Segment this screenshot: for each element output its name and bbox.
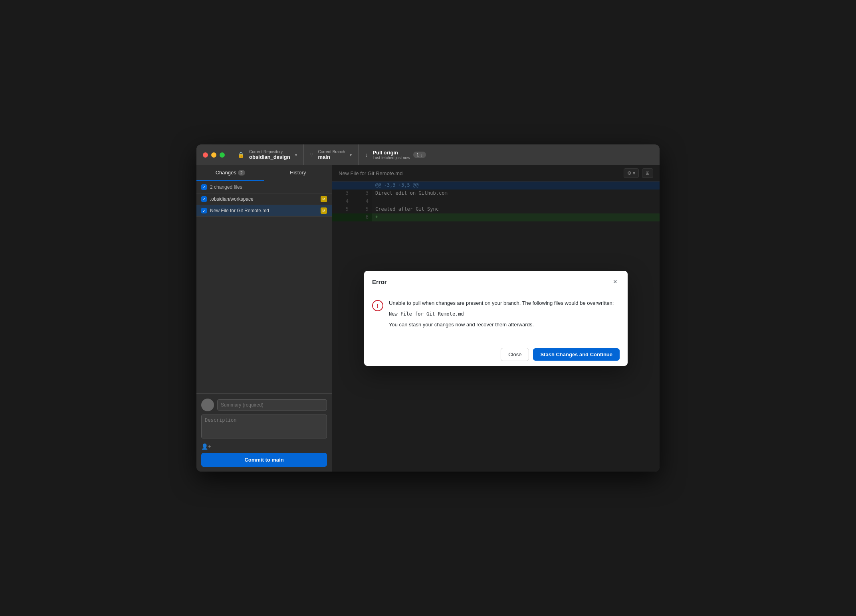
pull-sublabel: Last fetched just now xyxy=(373,156,410,160)
changes-count-badge: 2 xyxy=(238,170,245,176)
file-name-workspace: .obsidian/workspace xyxy=(210,196,254,202)
file-item-workspace[interactable]: .obsidian/workspace M xyxy=(196,193,332,205)
dialog-body: ! Unable to pull when changes are presen… xyxy=(364,291,628,343)
error-file: New File for Git Remote.md xyxy=(389,311,614,317)
file-checkbox-workspace[interactable] xyxy=(201,196,207,202)
repo-chevron-icon: ▾ xyxy=(295,153,297,157)
commit-button-label: Commit to main xyxy=(244,457,283,463)
file-checkbox-remote[interactable] xyxy=(201,208,207,213)
select-all-checkbox[interactable] xyxy=(201,184,207,190)
close-button[interactable] xyxy=(203,152,208,158)
pull-icon: ↓ xyxy=(365,152,368,158)
minimize-button[interactable] xyxy=(211,152,216,158)
sidebar-tabs: Changes 2 History xyxy=(196,165,332,181)
pull-label: Pull origin xyxy=(373,150,410,156)
co-author-row: 👤+ xyxy=(201,443,327,450)
title-bar: 🔒 Current Repository obsidian_design ▾ ⑂… xyxy=(196,144,660,165)
pull-origin-section[interactable]: ↓ Pull origin Last fetched just now 1 ↓ xyxy=(359,144,653,165)
changed-files-header: 2 changed files xyxy=(196,181,332,193)
commit-area: 👤+ Commit to main xyxy=(196,393,332,472)
maximize-button[interactable] xyxy=(220,152,225,158)
pull-count: 1 xyxy=(416,152,419,157)
avatar xyxy=(201,399,214,411)
dialog-title: Error xyxy=(372,278,387,285)
diff-area: New File for Git Remote.md ⚙ ▾ ⊞ @@ -3,3… xyxy=(332,165,660,472)
lock-icon: 🔒 xyxy=(238,152,244,158)
description-input[interactable] xyxy=(201,415,327,438)
main-content: Changes 2 History 2 changed files .obsid… xyxy=(196,165,660,472)
branch-label: Current Branch xyxy=(318,150,345,154)
dialog-footer: Close Stash Changes and Continue xyxy=(364,343,628,366)
file-list: .obsidian/workspace M New File for Git R… xyxy=(196,193,332,393)
app-window: 🔒 Current Repository obsidian_design ▾ ⑂… xyxy=(196,144,660,472)
branch-icon: ⑂ xyxy=(310,152,313,158)
traffic-lights xyxy=(203,152,225,158)
branch-name: main xyxy=(318,154,345,160)
avatar-row xyxy=(201,399,327,411)
file-badge-remote: M xyxy=(321,207,327,214)
summary-input[interactable] xyxy=(217,399,327,411)
branch-text: Current Branch main xyxy=(318,150,345,160)
error-message: Unable to pull when changes are present … xyxy=(389,300,614,306)
repo-label: Current Repository xyxy=(249,150,290,154)
tab-changes[interactable]: Changes 2 xyxy=(196,165,264,181)
tab-history[interactable]: History xyxy=(264,165,332,181)
sidebar: Changes 2 History 2 changed files .obsid… xyxy=(196,165,332,472)
error-icon: ! xyxy=(372,300,383,311)
changed-files-label: 2 changed files xyxy=(210,184,242,190)
dialog-error-row: ! Unable to pull when changes are presen… xyxy=(372,299,620,328)
error-dialog: Error × ! Unable to pull when changes ar… xyxy=(364,271,628,366)
dialog-close-button[interactable]: × xyxy=(610,277,620,286)
dialog-header: Error × xyxy=(364,271,628,291)
current-branch-section[interactable]: ⑂ Current Branch main ▾ xyxy=(304,144,359,165)
repo-text: Current Repository obsidian_design xyxy=(249,150,290,160)
file-item-remote[interactable]: New File for Git Remote.md M xyxy=(196,205,332,217)
co-author-icon: 👤+ xyxy=(201,443,211,450)
branch-chevron-icon: ▾ xyxy=(350,153,352,157)
close-dialog-button[interactable]: Close xyxy=(501,348,529,361)
file-name-remote: New File for Git Remote.md xyxy=(210,208,269,213)
pull-count-arrow: ↓ xyxy=(420,152,423,157)
pull-text: Pull origin Last fetched just now xyxy=(373,150,410,160)
error-stash-hint: You can stash your changes now and recov… xyxy=(389,322,534,328)
error-text-block: Unable to pull when changes are present … xyxy=(389,299,614,328)
toolbar: 🔒 Current Repository obsidian_design ▾ ⑂… xyxy=(231,144,653,165)
current-repository-section[interactable]: 🔒 Current Repository obsidian_design ▾ xyxy=(231,144,304,165)
stash-changes-button[interactable]: Stash Changes and Continue xyxy=(533,348,620,361)
dialog-overlay: Error × ! Unable to pull when changes ar… xyxy=(332,165,660,472)
commit-button[interactable]: Commit to main xyxy=(201,453,327,467)
repo-name: obsidian_design xyxy=(249,154,290,160)
file-badge-workspace: M xyxy=(321,196,327,202)
pull-count-badge: 1 ↓ xyxy=(413,152,426,158)
